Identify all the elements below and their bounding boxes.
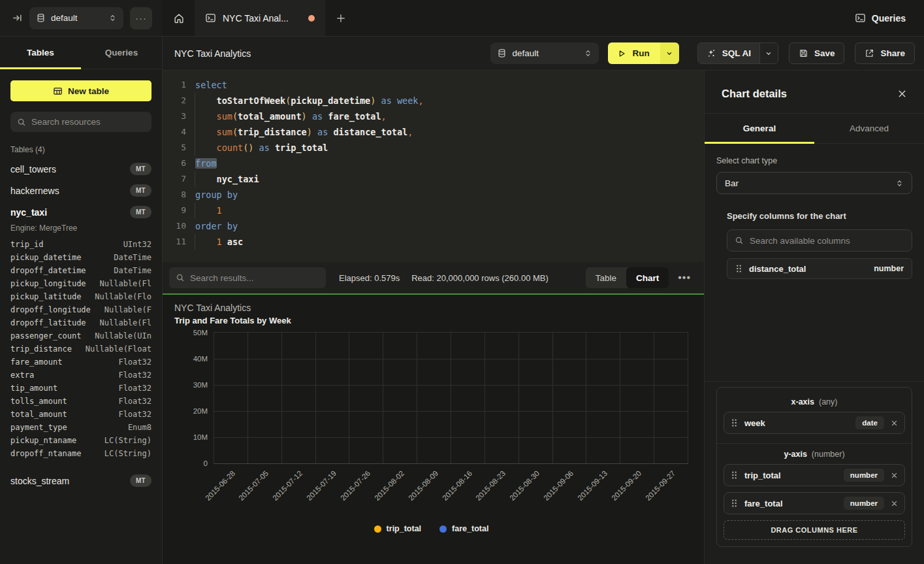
legend-item-trip_total[interactable]: trip_total xyxy=(374,524,421,533)
schema-column-row: pickup_datetimeDateTime xyxy=(10,251,151,264)
view-toggle-chart[interactable]: Chart xyxy=(626,267,669,288)
axis-column-name: fare_total xyxy=(744,499,837,508)
chart-subtitle: Trip and Fare Totals by Week xyxy=(174,316,688,325)
remove-column-button[interactable] xyxy=(891,472,898,479)
schema-column-row: dropoff_datetimeDateTime xyxy=(10,264,151,277)
tab-general-label: General xyxy=(743,124,776,133)
chart-category-cell: 2015-07-19 xyxy=(316,333,350,463)
sidebar-more-options-button[interactable]: ··· xyxy=(130,7,152,29)
close-panel-button[interactable] xyxy=(897,89,907,99)
columns-search[interactable] xyxy=(727,229,912,252)
new-table-button[interactable]: New table xyxy=(10,80,151,101)
y-axis-item-trip-total[interactable]: trip_total number xyxy=(724,464,905,486)
line-number: 4 xyxy=(163,124,186,140)
table-row-nyc-taxi[interactable]: nyc_taxi MT xyxy=(10,201,151,223)
x-axis-tick-label: 2015-07-05 xyxy=(238,469,270,502)
sidebar-tab-tables[interactable]: Tables xyxy=(0,37,81,69)
results-more-options-button[interactable]: ••• xyxy=(678,272,691,284)
save-icon xyxy=(799,48,808,58)
sql-ai-button-group: SQL AI xyxy=(697,42,778,64)
columns-search-input[interactable] xyxy=(750,236,904,246)
columns-group-label: Specify columns for the chart xyxy=(727,211,912,221)
sidebar-search-input[interactable] xyxy=(31,117,145,127)
table-row-hackernews[interactable]: hackernews MT xyxy=(10,180,151,201)
results-search-input[interactable] xyxy=(190,273,319,283)
view-toggle-table[interactable]: Table xyxy=(586,267,626,288)
schema-column-type: Nullable(Fl xyxy=(100,318,151,327)
run-options-button[interactable] xyxy=(660,42,679,64)
y-axis-tick-label: 40M xyxy=(193,355,208,363)
run-button[interactable]: Run xyxy=(608,42,660,64)
run-button-group: Run xyxy=(608,42,678,64)
chevron-down-icon xyxy=(665,50,673,58)
code-text: sum(trip_distance) as distance_total, xyxy=(186,124,413,140)
x-axis-tick-label: 2015-09-13 xyxy=(576,469,609,502)
share-button[interactable]: Share xyxy=(855,42,915,64)
unsaved-changes-dot xyxy=(308,15,315,22)
sidebar-tab-tables-label: Tables xyxy=(27,48,54,58)
y-axis-label: y-axis xyxy=(784,450,806,459)
database-selector-top[interactable]: default xyxy=(29,7,123,29)
table-row-stocks-stream[interactable]: stocks_stream MT xyxy=(10,470,151,491)
chart-category-cell: 2015-09-06 xyxy=(553,333,587,463)
x-axis-tick-label: 2015-07-26 xyxy=(339,469,372,502)
ellipsis-icon: ••• xyxy=(678,272,691,283)
axes-mapping-box: x-axis (any) week date xyxy=(716,387,912,547)
line-number: 6 xyxy=(163,156,186,171)
database-icon xyxy=(497,48,507,58)
schema-column-name: pickup_datetime xyxy=(10,253,81,262)
collapse-sidebar-button[interactable] xyxy=(12,12,23,24)
sidebar-search[interactable] xyxy=(10,112,151,132)
code-line: 4 sum(trip_distance) as distance_total, xyxy=(163,124,704,140)
table-name: nyc_taxi xyxy=(10,207,47,218)
tab-general[interactable]: General xyxy=(705,114,814,143)
sql-ai-options-button[interactable] xyxy=(759,43,778,63)
schema-column-name: trip_id xyxy=(10,240,44,249)
x-axis-tick-label: 2015-08-16 xyxy=(441,469,473,502)
database-selector-toolbar[interactable]: default xyxy=(490,42,599,64)
sidebar-content: New table Tables (4) cell_towers MT hack… xyxy=(0,69,162,564)
code-text: sum(total_amount) as fare_total, xyxy=(186,108,387,124)
new-tab-button[interactable] xyxy=(325,0,357,36)
table-row-cell-towers[interactable]: cell_towers MT xyxy=(10,158,151,180)
save-button-label: Save xyxy=(814,48,835,58)
schema-column-row: pickup_latitudeNullable(Flo xyxy=(10,290,151,303)
indent-guide xyxy=(195,108,195,124)
sidebar-tab-queries[interactable]: Queries xyxy=(81,37,162,69)
toolbar-actions: default Run xyxy=(490,42,915,64)
chart-type-selector[interactable]: Bar xyxy=(716,172,912,194)
sql-editor[interactable]: 1select2 toStartOfWeek(pickup_datetime) … xyxy=(163,71,704,262)
chart-category-cell: 2015-08-23 xyxy=(485,333,519,463)
x-axis-item-week[interactable]: week date xyxy=(724,412,905,434)
queries-link[interactable]: Queries xyxy=(855,12,906,24)
indent-guide xyxy=(195,171,195,187)
remove-column-button[interactable] xyxy=(891,500,898,507)
tab-advanced[interactable]: Advanced xyxy=(814,114,924,143)
chevrons-up-down-icon xyxy=(895,179,904,188)
drag-handle-icon xyxy=(731,499,738,508)
drop-zone[interactable]: DRAG COLUMNS HERE xyxy=(724,520,905,540)
home-button[interactable] xyxy=(163,0,195,36)
tab-nyc-taxi-analytics[interactable]: NYC Taxi Anal... xyxy=(195,0,325,36)
schema-column-name: dropoff_latitude xyxy=(10,318,86,327)
chart-category-cell: 2015-09-20 xyxy=(620,333,654,463)
close-icon xyxy=(891,472,898,479)
x-axis-tick-label: 2015-06-28 xyxy=(204,469,236,502)
column-type-badge: number xyxy=(844,469,884,482)
chart-category-cell: 2015-09-13 xyxy=(586,333,620,463)
y-axis-item-fare-total[interactable]: fare_total number xyxy=(724,492,905,514)
schema-column-name: pickup_longitude xyxy=(10,279,86,288)
y-axis-tick-label: 30M xyxy=(193,381,208,389)
remove-column-button[interactable] xyxy=(891,420,898,427)
available-column-distance-total[interactable]: distance_total number xyxy=(727,258,912,279)
panel-divider xyxy=(705,381,924,382)
schema-column-row: pickup_ntanameLC(String) xyxy=(10,434,151,447)
save-button[interactable]: Save xyxy=(789,42,845,64)
query-title: NYC Taxi Analytics xyxy=(174,48,490,59)
database-selector-value: default xyxy=(512,48,579,58)
sql-ai-button[interactable]: SQL AI xyxy=(698,43,759,63)
results-search[interactable] xyxy=(169,267,326,288)
legend-item-fare_total[interactable]: fare_total xyxy=(439,524,488,533)
code-text: from xyxy=(186,156,217,171)
schema-column-name: trip_distance xyxy=(10,344,72,354)
